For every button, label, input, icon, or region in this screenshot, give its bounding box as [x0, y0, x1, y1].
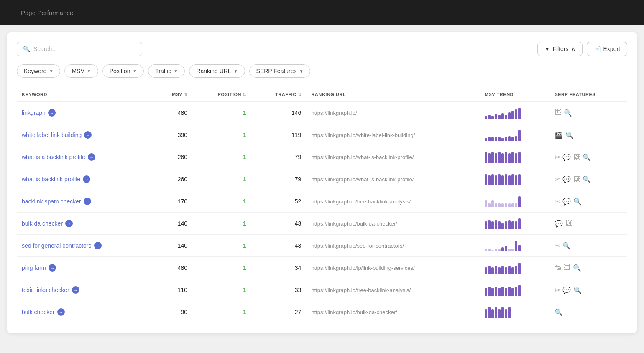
- ranking-url[interactable]: https://linkgraph.io/: [311, 110, 357, 116]
- msv-trend-chart: [485, 151, 545, 163]
- image-serp-icon[interactable]: 🖼: [564, 264, 570, 272]
- col-msv[interactable]: MSV: [153, 88, 192, 102]
- chat-serp-icon[interactable]: 💬: [555, 220, 563, 228]
- traffic-value: 79: [251, 146, 307, 168]
- trend-bar: [508, 307, 511, 318]
- position-value: 1: [192, 102, 251, 124]
- trend-bar: [485, 138, 487, 141]
- trend-bar: [518, 196, 521, 207]
- scissors-serp-icon[interactable]: ✂: [555, 286, 560, 294]
- trend-bar: [515, 175, 517, 185]
- col-keyword: KEYWORD: [17, 88, 153, 102]
- trend-bar: [508, 112, 511, 119]
- image-serp-icon[interactable]: 🖼: [573, 175, 580, 183]
- search-serp-icon[interactable]: 🔍: [583, 175, 591, 183]
- msv-trend-chart: [485, 107, 545, 119]
- search-serp-icon[interactable]: 🔍: [555, 308, 563, 316]
- export-button[interactable]: 📄 Export: [587, 42, 627, 56]
- scissors-serp-icon[interactable]: ✂: [555, 198, 560, 206]
- ranking-url[interactable]: https://linkgraph.io/what-is-backlink-pr…: [311, 154, 414, 160]
- chat-serp-icon[interactable]: 💬: [562, 175, 571, 183]
- ranking-url[interactable]: https://linkgraph.io/lp/link-building-se…: [311, 265, 414, 271]
- trend-bar: [495, 266, 497, 274]
- toolbar: 🔍 Search... ▼ Filters ∧ 📄 Export: [17, 42, 627, 56]
- trend-bar: [501, 153, 504, 163]
- keyword-link[interactable]: bulk checker→: [22, 308, 148, 316]
- position-value: 1: [192, 190, 251, 213]
- trend-bar: [491, 174, 494, 185]
- position-value: 1: [192, 213, 251, 235]
- ranking-url[interactable]: https://linkgraph.io/free-backlink-analy…: [311, 198, 411, 205]
- keyword-navigate-icon: →: [48, 109, 56, 117]
- scissors-serp-icon[interactable]: ✂: [555, 175, 560, 183]
- trend-bar: [515, 241, 517, 251]
- keyword-link[interactable]: linkgraph→: [22, 109, 148, 117]
- serp-features-cell: ✂💬🖼🔍: [555, 153, 622, 161]
- trend-bar: [515, 203, 517, 207]
- keyword-link[interactable]: backlink spam checker→: [22, 198, 148, 205]
- keyword-link[interactable]: seo for general contractors→: [22, 242, 148, 249]
- ranking-url[interactable]: https://linkgraph.io/bulk-da-checker/: [311, 221, 397, 227]
- msv-trend-chart: [485, 173, 545, 185]
- ranking-url[interactable]: https://linkgraph.io/bulk-da-checker/: [311, 309, 397, 315]
- image-serp-icon[interactable]: 🖼: [573, 153, 580, 161]
- search-serp-icon[interactable]: 🔍: [573, 286, 582, 294]
- keyword-link[interactable]: ping farm→: [22, 264, 148, 272]
- trend-bar: [505, 203, 507, 207]
- trend-bar: [485, 267, 487, 274]
- filters-button[interactable]: ▼ Filters ∧: [537, 42, 583, 56]
- chat-serp-icon[interactable]: 💬: [562, 198, 571, 206]
- msv-value: 390: [153, 124, 192, 146]
- search-serp-icon[interactable]: 🔍: [573, 264, 581, 272]
- serp-features-cell: ✂💬🔍: [555, 286, 622, 294]
- filter-pill-keyword[interactable]: Keyword▼: [17, 64, 60, 78]
- image-serp-icon[interactable]: 🖼: [565, 220, 572, 227]
- ranking-url[interactable]: https://linkgraph.io/seo-for-contractors…: [311, 243, 404, 249]
- keyword-link[interactable]: what is backlink profile→: [22, 175, 148, 183]
- search-box[interactable]: 🔍 Search...: [17, 42, 142, 56]
- position-value: 1: [192, 279, 251, 301]
- trend-bar: [491, 267, 494, 274]
- pill-label: SERP Features: [256, 68, 297, 74]
- filter-pill-traffic[interactable]: Traffic▼: [148, 64, 185, 78]
- trend-bar: [508, 136, 511, 141]
- filter-icon: ▼: [544, 46, 550, 52]
- trend-bar: [508, 220, 511, 229]
- trend-bar: [491, 137, 494, 141]
- video-serp-icon[interactable]: 🎬: [555, 131, 563, 139]
- col-traffic[interactable]: TRAFFIC: [251, 88, 307, 102]
- msv-value: 480: [153, 102, 192, 124]
- search-serp-icon[interactable]: 🔍: [564, 109, 572, 117]
- keyword-navigate-icon: →: [84, 131, 92, 139]
- scissors-serp-icon[interactable]: ✂: [555, 242, 560, 250]
- scissors-serp-icon[interactable]: ✂: [555, 153, 560, 161]
- keyword-link[interactable]: white label link building→: [22, 131, 148, 139]
- keyword-link[interactable]: what is a backlink profile→: [22, 153, 148, 161]
- image-serp-icon[interactable]: 🖼: [555, 109, 561, 117]
- trend-bar: [488, 220, 491, 229]
- col-position[interactable]: POSITION: [192, 88, 251, 102]
- search-serp-icon[interactable]: 🔍: [565, 131, 574, 139]
- chat-serp-icon[interactable]: 💬: [562, 286, 571, 294]
- keyword-link[interactable]: toxic links checker→: [22, 286, 148, 294]
- search-serp-icon[interactable]: 🔍: [583, 153, 591, 161]
- filter-pill-ranking-url[interactable]: Ranking URL▼: [189, 64, 245, 78]
- nav-item-page-performance[interactable]: Page Performance: [13, 2, 85, 24]
- trend-bar: [515, 221, 517, 229]
- ranking-url[interactable]: https://linkgraph.io/white-label-link-bu…: [311, 132, 415, 138]
- trend-bar: [498, 309, 501, 318]
- ranking-url[interactable]: https://linkgraph.io/free-backlink-analy…: [311, 287, 411, 293]
- search-serp-icon[interactable]: 🔍: [562, 242, 571, 250]
- table-row: what is backlink profile→260179https://l…: [17, 168, 627, 190]
- trend-bar: [498, 174, 501, 185]
- keyword-link[interactable]: bulk da checker→: [22, 220, 148, 227]
- filter-pill-position[interactable]: Position▼: [102, 64, 144, 78]
- traffic-value: 43: [251, 235, 307, 257]
- bag-serp-icon[interactable]: 🛍: [555, 264, 561, 272]
- search-serp-icon[interactable]: 🔍: [573, 198, 582, 206]
- filter-pill-serp-features[interactable]: SERP Features▼: [249, 64, 311, 78]
- ranking-url[interactable]: https://linkgraph.io/what-is-backlink-pr…: [311, 176, 414, 183]
- trend-bar: [495, 249, 497, 251]
- filter-pill-msv[interactable]: MSV▼: [64, 64, 98, 78]
- chat-serp-icon[interactable]: 💬: [562, 153, 571, 161]
